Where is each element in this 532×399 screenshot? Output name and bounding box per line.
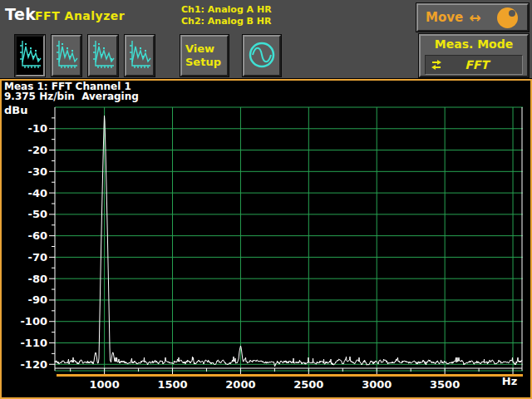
generator-button[interactable] [243,35,281,76]
crt-screen: Tek FFT Analyzer Ch1: Analog A HR Ch2: A… [0,0,532,399]
knob-dot [509,10,515,17]
spectrum-view-icon [91,37,116,73]
app-title: FFT Analyzer [35,9,125,22]
measurement-window[interactable] [0,79,532,399]
channel-2-label: Ch2: Analog B HR [181,16,272,27]
display-view-button-1[interactable] [15,35,45,76]
channel-info: Ch1: Analog A HR Ch2: Analog B HR [181,4,272,27]
meas-mode-panel[interactable]: Meas. Mode FFT [419,34,529,77]
move-button-label: Move [426,10,463,25]
meas-mode-label: Meas. Mode [421,37,527,51]
spectrum-view-icon [127,37,152,73]
view-setup-button[interactable]: View Setup [180,35,229,76]
view-setup-label-line1: View [185,42,227,56]
spectrum-view-icon [17,37,42,73]
meas-mode-value: FFT [443,58,510,71]
display-view-button-3[interactable] [88,35,118,76]
move-button[interactable]: Move ↔ [416,3,529,32]
view-setup-label-line2: Setup [185,56,227,69]
display-view-button-2[interactable] [52,35,81,76]
spectrum-view-icon [54,37,79,73]
meas-resolution-status: 9.375 Hz/bin Averaging [4,91,139,102]
knob-icon [497,7,518,28]
channel-1-label: Ch1: Analog A HR [181,4,272,16]
cycle-icon [430,59,443,71]
meas-mode-value-box[interactable]: FFT [425,55,523,75]
horizontal-arrow-icon: ↔ [469,9,480,26]
top-bar: Tek FFT Analyzer Ch1: Analog A HR Ch2: A… [0,0,532,78]
sine-wave-icon [245,37,278,73]
y-axis-unit-label: dBu [4,104,27,116]
display-view-button-4[interactable] [125,35,155,76]
tek-logo: Tek [5,5,36,23]
